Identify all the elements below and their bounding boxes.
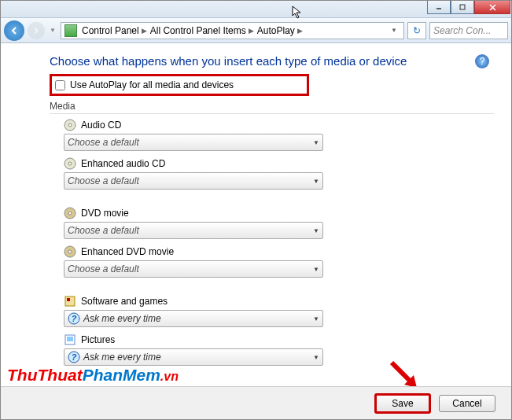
media-item-label: Pictures	[64, 333, 494, 346]
media-item: Enhanced DVD movieChoose a default▼	[64, 245, 494, 278]
address-bar[interactable]: Control Panel ▶ All Control Panel Items …	[61, 22, 404, 39]
close-button[interactable]	[474, 0, 510, 14]
chevron-down-icon: ▼	[313, 315, 319, 322]
media-item-label: Enhanced audio CD	[64, 157, 494, 170]
media-item: Enhanced audio CDChoose a default▼	[64, 157, 494, 190]
chevron-down-icon: ▼	[313, 266, 319, 273]
content-area: ? Choose what happens when you insert ea…	[1, 43, 511, 366]
nav-bar: ▼ Control Panel ▶ All Control Panel Item…	[1, 18, 511, 43]
svg-point-9	[68, 212, 72, 215]
chevron-down-icon: ▼	[313, 178, 319, 185]
minimize-button[interactable]	[427, 0, 451, 14]
svg-text:?: ?	[72, 352, 77, 362]
svg-point-5	[68, 123, 72, 127]
nav-history-dropdown[interactable]: ▼	[48, 22, 57, 39]
title-bar	[1, 1, 511, 18]
media-type-icon	[64, 295, 76, 308]
media-item-label: Enhanced DVD movie	[64, 245, 494, 258]
cancel-button[interactable]: Cancel	[439, 395, 495, 412]
media-action-dropdown[interactable]: Choose a default▼	[64, 134, 323, 151]
media-item-label: DVD movie	[64, 207, 494, 219]
refresh-button[interactable]: ↻	[407, 22, 426, 39]
breadcrumb-item[interactable]: Control Panel	[80, 25, 141, 36]
media-item: Software and games?Ask me every time▼	[64, 295, 494, 327]
question-icon: ?	[68, 312, 80, 325]
svg-point-7	[68, 162, 72, 165]
media-item-label: Software and games	[64, 295, 494, 308]
save-button[interactable]: Save	[374, 393, 431, 414]
help-icon[interactable]: ?	[475, 54, 489, 68]
search-input[interactable]: Search Con...	[429, 22, 508, 39]
media-type-icon	[64, 157, 76, 170]
media-item: Audio CDChoose a default▼	[64, 119, 494, 151]
svg-rect-13	[67, 298, 70, 301]
media-item-label: Audio CD	[64, 119, 494, 131]
media-action-dropdown[interactable]: Choose a default▼	[64, 172, 323, 190]
bottom-bar: Save Cancel	[1, 386, 511, 419]
cursor-icon	[292, 6, 303, 20]
maximize-button[interactable]	[451, 0, 474, 14]
chevron-right-icon[interactable]: ▶	[248, 27, 256, 35]
chevron-down-icon: ▼	[313, 354, 319, 361]
media-type-icon	[64, 333, 76, 346]
back-button[interactable]	[4, 20, 24, 41]
media-type-icon	[64, 245, 76, 258]
watermark: ThuThuatPhanMem.vn	[7, 366, 179, 385]
media-item: Pictures?Ask me every time▼	[64, 333, 494, 366]
svg-point-11	[68, 250, 72, 253]
autoplay-all-checkbox[interactable]	[55, 80, 65, 90]
media-action-dropdown[interactable]: ?Ask me every time▼	[64, 310, 323, 327]
media-type-icon	[64, 119, 76, 131]
chevron-down-icon: ▼	[313, 227, 319, 234]
chevron-right-icon[interactable]: ▶	[141, 27, 149, 35]
media-action-dropdown[interactable]: Choose a default▼	[64, 260, 323, 278]
svg-rect-17	[67, 337, 73, 341]
forward-button	[28, 22, 45, 39]
svg-line-20	[392, 363, 411, 381]
chevron-right-icon[interactable]: ▶	[297, 27, 304, 35]
svg-text:?: ?	[72, 314, 77, 323]
question-icon: ?	[68, 351, 80, 363]
media-action-dropdown[interactable]: Choose a default▼	[64, 222, 323, 239]
svg-rect-1	[460, 5, 465, 9]
chevron-down-icon: ▼	[313, 139, 319, 146]
media-item: DVD movieChoose a default▼	[64, 207, 494, 239]
page-heading: Choose what happens when you insert each…	[50, 54, 494, 68]
autoplay-all-label: Use AutoPlay for all media and devices	[70, 79, 234, 90]
breadcrumb-item[interactable]: AutoPlay	[256, 25, 297, 36]
autoplay-icon	[64, 24, 77, 37]
media-section-header: Media	[50, 98, 494, 114]
breadcrumb-item[interactable]: All Control Panel Items	[149, 25, 248, 36]
address-dropdown-icon[interactable]: ▼	[388, 27, 400, 34]
media-action-dropdown[interactable]: ?Ask me every time▼	[64, 348, 323, 366]
autoplay-all-checkbox-row: Use AutoPlay for all media and devices	[50, 74, 309, 96]
media-type-icon	[64, 207, 76, 219]
